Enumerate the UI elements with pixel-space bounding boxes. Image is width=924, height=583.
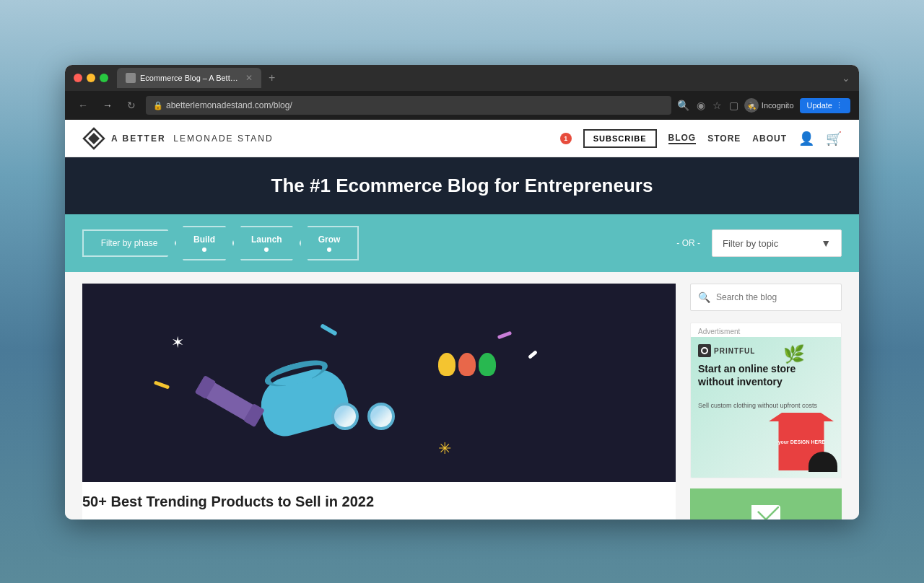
active-tab[interactable]: Ecommerce Blog – A Better Le... ✕ — [117, 68, 261, 88]
phase-filter: Filter by phase Build Launch Grow — [82, 226, 665, 260]
bear-yellow — [438, 353, 456, 376]
logo-icon — [82, 127, 105, 150]
blog-nav-link[interactable]: BLOG — [668, 133, 697, 144]
newsletter-card[interactable]: Join 30,238 smart online — [690, 488, 842, 520]
main-content: ✶ — [65, 272, 859, 520]
desktop: Ecommerce Blog – A Better Le... ✕ + ⌄ ← … — [0, 0, 924, 583]
update-button[interactable]: Update ⋮ — [800, 98, 850, 113]
subscribe-label: SUBSCRIBE — [593, 134, 647, 143]
tab-bar-minimize[interactable]: ⌄ — [842, 72, 850, 84]
site-header: A BETTER LEMONADE STAND 1 SUBSCRIBE BLO — [65, 120, 859, 157]
about-nav-label: ABOUT — [752, 133, 787, 144]
sunglasses-decoration — [331, 403, 404, 431]
bookmark-icon[interactable]: ☆ — [712, 100, 722, 111]
update-menu-icon: ⋮ — [835, 101, 843, 110]
new-tab-button[interactable]: + — [264, 71, 279, 84]
svg-marker-1 — [88, 133, 100, 144]
build-dot — [202, 247, 206, 252]
svg-rect-2 — [753, 507, 779, 520]
search-box[interactable]: 🔍 — [690, 284, 842, 311]
nav-links: 1 SUBSCRIBE BLOG STORE ABOUT � — [560, 129, 842, 148]
store-nav-link[interactable]: STORE — [707, 133, 741, 144]
printful-logo: PRINTFUL — [698, 344, 755, 357]
article-body: 50+ Best Trending Products to Sell in 20… — [82, 482, 676, 520]
maximize-button[interactable] — [100, 74, 108, 82]
notification-badge[interactable]: 1 — [560, 133, 572, 144]
envelope-icon — [753, 507, 779, 520]
hat-decoration — [808, 452, 837, 472]
store-nav-label: STORE — [707, 133, 741, 144]
minimize-button[interactable] — [87, 74, 95, 82]
forward-button[interactable]: → — [98, 97, 117, 114]
dumbbell-decoration — [200, 380, 259, 424]
yellow-dash — [153, 380, 169, 389]
cart-icon[interactable]: 🛒 — [826, 131, 842, 146]
bears-decoration — [438, 353, 496, 376]
article-image: ✶ — [82, 284, 676, 482]
close-button[interactable] — [74, 74, 82, 82]
logo-text-b: LEMONADE STAND — [173, 133, 273, 144]
article-title[interactable]: 50+ Best Trending Products to Sell in 20… — [82, 494, 676, 510]
update-label: Update — [807, 101, 832, 110]
tab-close-icon[interactable]: ✕ — [245, 73, 253, 83]
refresh-button[interactable]: ↻ — [123, 97, 140, 114]
featured-article: ✶ — [82, 284, 676, 520]
notification-dot: 1 — [560, 133, 572, 144]
bear-green — [479, 353, 496, 376]
printful-icon-inner — [701, 347, 708, 354]
ad-label: Advertisment — [691, 323, 841, 337]
articles-section: ✶ — [82, 284, 676, 520]
article-meta: • By A Better Lemonade Stand • June 28, … — [82, 517, 676, 520]
tabs-bar: Ecommerce Blog – A Better Le... ✕ + ⌄ — [117, 68, 850, 88]
traffic-lights — [74, 74, 108, 82]
white-dash — [528, 350, 538, 359]
topic-dropdown-label: Filter by topic — [723, 238, 778, 249]
toolbar-icons: 🔍 ◉ ☆ ▢ — [677, 100, 738, 111]
chevron-down-icon: ▼ — [821, 237, 831, 249]
title-bar: Ecommerce Blog – A Better Le... ✕ + ⌄ — [65, 65, 859, 91]
grow-phase-button[interactable]: Grow — [300, 226, 359, 260]
incognito-label: Incognito — [762, 101, 794, 110]
search-toolbar-icon[interactable]: 🔍 — [677, 100, 689, 111]
lens-right — [367, 403, 395, 430]
bear-red — [458, 353, 476, 376]
lens-left — [331, 403, 359, 430]
lens-icon[interactable]: ◉ — [697, 100, 705, 111]
logo-text-a: A BETTER — [111, 133, 166, 144]
launch-phase-button[interactable]: Launch — [232, 226, 301, 260]
tab-favicon — [126, 73, 136, 83]
printful-icon — [698, 344, 711, 357]
search-input[interactable] — [716, 292, 834, 302]
ad-image-area[interactable]: PRINTFUL Start an online store without i… — [691, 337, 841, 478]
blog-nav-label: BLOG — [668, 133, 697, 143]
page-content: A BETTER LEMONADE STAND 1 SUBSCRIBE BLO — [65, 120, 859, 520]
build-phase-button[interactable]: Build — [175, 226, 234, 260]
article-author: • By A Better Lemonade Stand — [82, 517, 676, 520]
star-decoration: ✶ — [171, 333, 184, 352]
shirt-label: your DESIGN HERE — [778, 439, 825, 445]
tab-title: Ecommerce Blog – A Better Le... — [140, 74, 241, 82]
incognito-icon: 🕵 — [744, 98, 759, 113]
address-bar: ← → ↻ 🔒 abetterlemonadestand.com/blog/ 🔍… — [65, 91, 859, 120]
filter-bar: Filter by phase Build Launch Grow — [65, 214, 859, 272]
blue-dash — [320, 323, 338, 336]
printful-brand: PRINTFUL — [714, 347, 755, 355]
sidebar: 🔍 Advertisment PRINTFUL — [690, 284, 842, 520]
hero-title: The #1 Ecommerce Blog for Entrepreneurs — [82, 175, 842, 197]
logo-area: A BETTER LEMONADE STAND — [82, 127, 560, 150]
back-button[interactable]: ← — [74, 97, 92, 114]
search-icon: 🔍 — [698, 292, 710, 303]
email-icon — [751, 505, 780, 520]
url-bar[interactable]: 🔒 abetterlemonadestand.com/blog/ — [146, 96, 671, 115]
filter-topic-dropdown[interactable]: Filter by topic ▼ — [712, 229, 842, 257]
about-nav-link[interactable]: ABOUT — [752, 133, 787, 144]
ad-headline: Start an online store without inventory — [698, 362, 834, 388]
user-icon[interactable]: 👤 — [798, 131, 814, 146]
hero-section: The #1 Ecommerce Blog for Entrepreneurs — [65, 157, 859, 214]
notification-count: 1 — [564, 135, 567, 142]
subscribe-button[interactable]: SUBSCRIBE — [583, 129, 657, 148]
ad-card: Advertisment PRINTFUL Start an online st… — [690, 323, 842, 478]
extensions-icon[interactable]: ▢ — [729, 100, 738, 111]
plant-decoration: 🌿 — [783, 344, 805, 364]
incognito-badge: 🕵 Incognito — [744, 98, 794, 113]
